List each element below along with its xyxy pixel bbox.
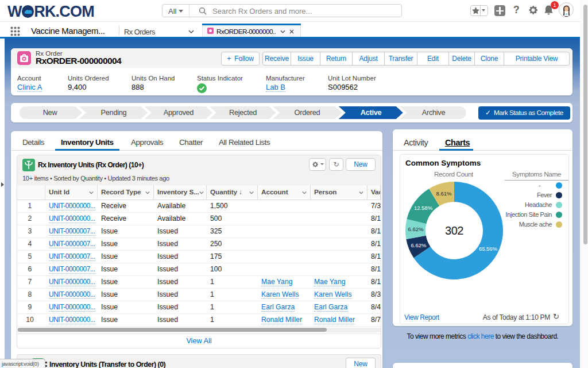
svg-text:12.58%: 12.58% (414, 205, 433, 211)
svg-text:Approved: Approved (164, 108, 194, 117)
svg-text:6.62%: 6.62% (411, 242, 427, 248)
svg-text:8.61%: 8.61% (436, 190, 452, 197)
svg-text:65.56%: 65.56% (479, 246, 498, 252)
svg-text:Archive: Archive (422, 108, 446, 117)
svg-text:302: 302 (445, 224, 463, 237)
svg-text:Rejected: Rejected (229, 108, 257, 117)
svg-text:6.62%: 6.62% (408, 226, 424, 232)
svg-text:Ordered: Ordered (295, 108, 320, 117)
svg-text:New: New (43, 108, 58, 117)
svg-text:Pending: Pending (101, 108, 127, 117)
svg-text:Active: Active (361, 108, 382, 117)
